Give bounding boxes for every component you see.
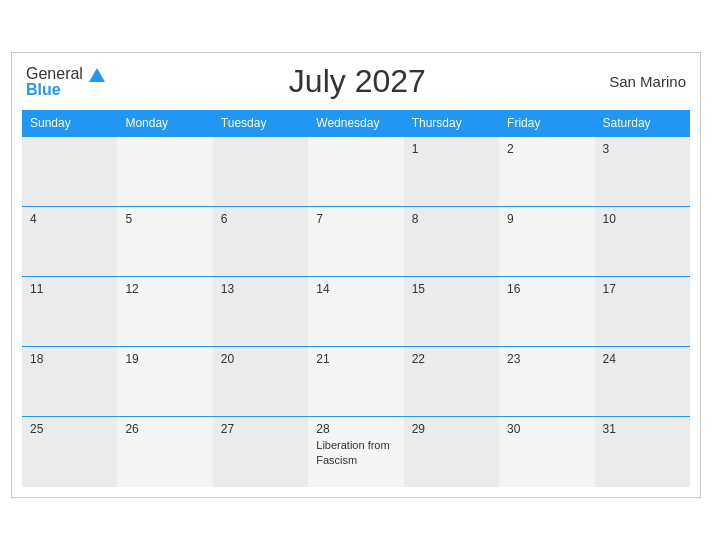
day-number: 21: [316, 352, 395, 366]
day-number: 25: [30, 422, 109, 436]
day-number: 20: [221, 352, 300, 366]
calendar-cell: [117, 137, 212, 207]
calendar-cell: 5: [117, 207, 212, 277]
country-label: San Marino: [609, 73, 686, 90]
calendar-cell: 7: [308, 207, 403, 277]
logo-general: General: [26, 66, 105, 82]
calendar-cell: 8: [404, 207, 499, 277]
calendar-container: General Blue July 2027 San Marino Sunday…: [11, 52, 701, 498]
calendar-cell: 6: [213, 207, 308, 277]
calendar-cell: 17: [595, 277, 690, 347]
day-number: 1: [412, 142, 491, 156]
calendar-cell: 11: [22, 277, 117, 347]
calendar-cell: 27: [213, 417, 308, 487]
day-number: 6: [221, 212, 300, 226]
calendar-week-row: 25262728Liberation from Fascism293031: [22, 417, 690, 487]
logo-blue: Blue: [26, 82, 105, 98]
calendar-cell: [308, 137, 403, 207]
col-tuesday: Tuesday: [213, 110, 308, 137]
day-number: 3: [603, 142, 682, 156]
day-number: 30: [507, 422, 586, 436]
calendar-title: July 2027: [289, 63, 426, 100]
day-number: 29: [412, 422, 491, 436]
calendar-week-row: 11121314151617: [22, 277, 690, 347]
calendar-body: 1234567891011121314151617181920212223242…: [22, 137, 690, 487]
day-number: 16: [507, 282, 586, 296]
day-number: 13: [221, 282, 300, 296]
day-number: 2: [507, 142, 586, 156]
calendar-cell: 4: [22, 207, 117, 277]
calendar-cell: 19: [117, 347, 212, 417]
day-number: 10: [603, 212, 682, 226]
col-friday: Friday: [499, 110, 594, 137]
day-number: 8: [412, 212, 491, 226]
calendar-cell: 24: [595, 347, 690, 417]
col-monday: Monday: [117, 110, 212, 137]
calendar-week-row: 123: [22, 137, 690, 207]
logo: General Blue: [26, 66, 105, 98]
calendar-cell: 2: [499, 137, 594, 207]
day-number: 27: [221, 422, 300, 436]
calendar-header-row: Sunday Monday Tuesday Wednesday Thursday…: [22, 110, 690, 137]
day-number: 22: [412, 352, 491, 366]
calendar-cell: 21: [308, 347, 403, 417]
day-number: 7: [316, 212, 395, 226]
calendar-cell: 23: [499, 347, 594, 417]
calendar-cell: 16: [499, 277, 594, 347]
day-number: 11: [30, 282, 109, 296]
day-number: 4: [30, 212, 109, 226]
calendar-week-row: 18192021222324: [22, 347, 690, 417]
calendar-cell: 30: [499, 417, 594, 487]
logo-triangle-icon: [89, 68, 105, 82]
calendar-cell: 12: [117, 277, 212, 347]
calendar-cell: [213, 137, 308, 207]
calendar-header: General Blue July 2027 San Marino: [22, 63, 690, 100]
day-number: 28: [316, 422, 395, 436]
calendar-cell: 9: [499, 207, 594, 277]
calendar-cell: 22: [404, 347, 499, 417]
day-number: 23: [507, 352, 586, 366]
day-number: 17: [603, 282, 682, 296]
col-saturday: Saturday: [595, 110, 690, 137]
calendar-cell: 28Liberation from Fascism: [308, 417, 403, 487]
day-number: 18: [30, 352, 109, 366]
calendar-cell: 18: [22, 347, 117, 417]
col-thursday: Thursday: [404, 110, 499, 137]
day-number: 15: [412, 282, 491, 296]
calendar-table: Sunday Monday Tuesday Wednesday Thursday…: [22, 110, 690, 487]
day-number: 12: [125, 282, 204, 296]
calendar-cell: 15: [404, 277, 499, 347]
day-number: 31: [603, 422, 682, 436]
calendar-cell: 20: [213, 347, 308, 417]
day-number: 19: [125, 352, 204, 366]
calendar-cell: 10: [595, 207, 690, 277]
calendar-cell: 25: [22, 417, 117, 487]
event-label: Liberation from Fascism: [316, 439, 389, 465]
calendar-cell: 1: [404, 137, 499, 207]
calendar-cell: 29: [404, 417, 499, 487]
calendar-cell: 31: [595, 417, 690, 487]
calendar-cell: 13: [213, 277, 308, 347]
calendar-week-row: 45678910: [22, 207, 690, 277]
calendar-cell: 26: [117, 417, 212, 487]
calendar-cell: 14: [308, 277, 403, 347]
day-number: 5: [125, 212, 204, 226]
calendar-cell: [22, 137, 117, 207]
day-number: 9: [507, 212, 586, 226]
col-wednesday: Wednesday: [308, 110, 403, 137]
day-number: 26: [125, 422, 204, 436]
col-sunday: Sunday: [22, 110, 117, 137]
calendar-cell: 3: [595, 137, 690, 207]
day-number: 14: [316, 282, 395, 296]
day-number: 24: [603, 352, 682, 366]
